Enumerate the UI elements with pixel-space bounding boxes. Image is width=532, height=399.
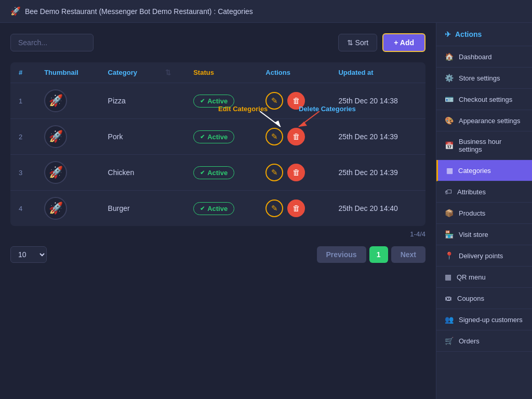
next-button[interactable]: Next (391, 246, 425, 263)
cell-thumbnail: 🚀 (36, 119, 99, 155)
cell-actions: ✎ 🗑 (257, 155, 330, 191)
sidebar-item-orders[interactable]: 🛒 Orders (436, 330, 532, 352)
col-category: Category (100, 62, 157, 83)
sort-button[interactable]: ⇅ Sort (338, 34, 378, 51)
delete-button[interactable]: 🗑 (287, 164, 305, 181)
cell-updated: 25th Dec 20 14:39 (330, 119, 425, 155)
sidebar-label-orders: Orders (459, 337, 480, 345)
cell-status: ✔ Active (185, 119, 257, 155)
table-row: 2 🚀 Pork ✔ Active ✎ 🗑 25th Dec 20 14:39 (10, 119, 425, 155)
delete-button[interactable]: 🗑 (287, 92, 305, 110)
sidebar-icon-attributes: 🏷 (445, 188, 452, 196)
cell-category: Pork (100, 119, 157, 155)
page-count: 1-4/4 (10, 230, 425, 238)
status-text: Active (207, 169, 228, 177)
pagination-buttons: Previous 1 Next (317, 246, 426, 263)
sidebar-item-business-hour-settings[interactable]: 📅 Business hour settings (436, 131, 532, 160)
sidebar-item-categories[interactable]: ▦ Categories (436, 160, 532, 181)
sidebar: ✈ Actions 🏠 Dashboard ⚙️ Store settings … (436, 23, 532, 399)
per-page-select[interactable]: 10 25 50 (10, 246, 47, 263)
col-thumbnail: Thumbnail (36, 62, 99, 83)
sidebar-icon-products: 📦 (445, 209, 454, 217)
cell-thumbnail: 🚀 (36, 83, 99, 119)
search-input[interactable] (10, 34, 94, 51)
cell-num: 1 (10, 83, 36, 119)
sidebar-icon-dashboard: 🏠 (445, 52, 454, 61)
edit-button[interactable]: ✎ (265, 164, 283, 181)
sidebar-item-attributes[interactable]: 🏷 Attributes (436, 181, 532, 203)
edit-button[interactable]: ✎ (265, 128, 283, 145)
sidebar-item-coupons[interactable]: 🎟 Coupons (436, 288, 532, 309)
cell-empty (157, 119, 185, 155)
cell-category: Burger (100, 191, 157, 227)
categories-table: Edit Categories Delete Categories (10, 62, 425, 226)
sidebar-item-qr-menu[interactable]: ▦ QR menu (436, 267, 532, 288)
sidebar-icon-checkout-settings: 🪪 (445, 95, 454, 103)
cell-actions: ✎ 🗑 (257, 119, 330, 155)
page-1-button[interactable]: 1 (369, 246, 388, 263)
sidebar-item-checkout-settings[interactable]: 🪪 Checkout settings (436, 89, 532, 110)
main-content: ⇅ Sort + Add Edit Categories Delete Cate… (0, 23, 436, 399)
sidebar-label-business-hour-settings: Business hour settings (459, 138, 524, 153)
sidebar-label-appearance-settings: Appearance settings (459, 117, 521, 125)
sidebar-label-dashboard: Dashboard (459, 53, 492, 61)
table-row: 3 🚀 Chicken ✔ Active ✎ 🗑 25th Dec 20 14:… (10, 155, 425, 191)
sidebar-label-categories: Categories (458, 167, 491, 175)
table-row: 1 🚀 Pizza ✔ Active ✎ 🗑 25th Dec 20 14:38 (10, 83, 425, 119)
status-dot-icon: ✔ (200, 205, 205, 212)
sidebar-header-label: Actions (455, 30, 482, 38)
thumbnail-image: 🚀 (44, 161, 67, 184)
sidebar-icon-orders: 🛒 (445, 337, 454, 345)
thumbnail-image: 🚀 (44, 125, 67, 148)
sidebar-label-qr-menu: QR menu (457, 273, 486, 281)
col-sort: ⇅ (157, 62, 185, 83)
pagination-area: 10 25 50 Previous 1 Next (10, 246, 425, 263)
delete-button[interactable]: 🗑 (287, 128, 305, 145)
status-dot-icon: ✔ (200, 98, 205, 104)
cell-num: 2 (10, 119, 36, 155)
sidebar-item-store-settings[interactable]: ⚙️ Store settings (436, 68, 532, 89)
col-status: Status (185, 62, 257, 83)
sidebar-label-store-settings: Store settings (459, 74, 500, 82)
cell-updated: 25th Dec 20 14:39 (330, 155, 425, 191)
cell-updated: 25th Dec 20 14:40 (330, 191, 425, 227)
header-icon: 🚀 (10, 6, 21, 16)
add-button[interactable]: + Add (382, 33, 425, 52)
cell-status: ✔ Active (185, 83, 257, 119)
cell-num: 3 (10, 155, 36, 191)
sidebar-label-products: Products (459, 209, 485, 217)
table-row: 4 🚀 Burger ✔ Active ✎ 🗑 25th Dec 20 14:4… (10, 191, 425, 227)
delete-button[interactable]: 🗑 (287, 200, 305, 217)
sidebar-item-dashboard[interactable]: 🏠 Dashboard (436, 46, 532, 68)
sidebar-icon-signed-up-customers: 👥 (445, 315, 454, 324)
cell-thumbnail: 🚀 (36, 191, 99, 227)
edit-button[interactable]: ✎ (265, 200, 283, 217)
toolbar-right: ⇅ Sort + Add (338, 33, 425, 52)
toolbar: ⇅ Sort + Add (10, 33, 425, 52)
col-actions: Actions (257, 62, 330, 83)
edit-button[interactable]: ✎ (265, 92, 283, 110)
prev-button[interactable]: Previous (317, 246, 366, 263)
sidebar-label-checkout-settings: Checkout settings (459, 96, 512, 103)
sidebar-item-visit-store[interactable]: 🏪 Visit store (436, 224, 532, 245)
cell-empty (157, 191, 185, 227)
cell-empty (157, 83, 185, 119)
sidebar-item-signed-up-customers[interactable]: 👥 Signed-up customers (436, 309, 532, 330)
col-updated: Updated at (330, 62, 425, 83)
sidebar-item-appearance-settings[interactable]: 🎨 Appearance settings (436, 110, 532, 131)
sidebar-item-delivery-points[interactable]: 📍 Delivery points (436, 245, 532, 267)
cell-status: ✔ Active (185, 155, 257, 191)
sidebar-icon-appearance-settings: 🎨 (445, 116, 454, 125)
sidebar-label-coupons: Coupons (457, 295, 484, 302)
status-text: Active (207, 205, 228, 212)
cell-thumbnail: 🚀 (36, 155, 99, 191)
sidebar-label-delivery-points: Delivery points (459, 252, 503, 260)
sidebar-label-attributes: Attributes (457, 188, 486, 196)
status-text: Active (207, 97, 228, 105)
sidebar-item-products[interactable]: 📦 Products (436, 203, 532, 224)
sidebar-icon-coupons: 🎟 (445, 294, 452, 302)
sidebar-icon-delivery-points: 📍 (445, 251, 454, 260)
cell-updated: 25th Dec 20 14:38 (330, 83, 425, 119)
sidebar-header-icon: ✈ (445, 30, 451, 38)
thumbnail-image: 🚀 (44, 197, 67, 220)
